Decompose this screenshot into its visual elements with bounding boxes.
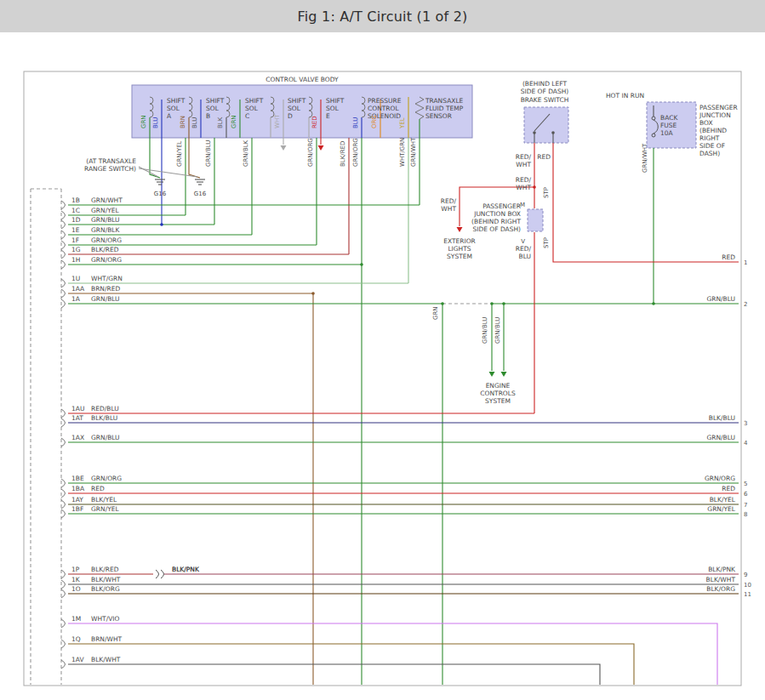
connector-arc [61, 660, 66, 669]
pin-number: 1 [744, 259, 747, 266]
wire-color-label: BLK/RED [91, 246, 119, 253]
passenger-junction-box-2-label: PASSENGER [482, 202, 521, 210]
pin-label: 1AT [71, 414, 83, 422]
connector-arc [61, 489, 66, 498]
diagram-label: E [326, 112, 330, 120]
diagram-label: SHIFT [288, 97, 306, 105]
diagram-label: BLU [191, 117, 198, 128]
pin-label: 1AY [71, 496, 83, 504]
wire-color-label: GRN/ORG [91, 256, 122, 264]
wire-color-label: BLK/YEL [710, 496, 736, 504]
pin-number: 6 [744, 491, 748, 498]
diagram-label: WHT [516, 161, 531, 168]
passenger-junction-box-label: (BEHIND [699, 127, 727, 134]
junction-dot [360, 263, 363, 266]
pin-label: 1M [71, 615, 81, 623]
diagram-label: RED/ [516, 176, 532, 184]
diagram-label: GRN/BLK [243, 139, 249, 167]
connector-arc [61, 418, 66, 427]
back-fuse-label: 10A [660, 129, 674, 137]
diagram-label: PRESSURE [368, 97, 402, 105]
connector-arc [61, 299, 66, 308]
pin-label: 1P [71, 566, 80, 573]
connector-arc [61, 438, 66, 447]
pin-number: 5 [744, 481, 747, 487]
arrow-down-icon [501, 372, 507, 377]
connector-arc [61, 619, 66, 628]
wire-color-label: BLK/ORG [706, 585, 735, 593]
wire-color-label: WHT/VIO [91, 615, 120, 623]
diagram-label: RED/ [516, 245, 532, 253]
pin-label: 1AA [71, 285, 85, 293]
passenger-junction-box-2-label: SIDE OF DASH) [472, 225, 521, 233]
diagram-label: A [167, 112, 172, 120]
wire-color-label: BLK/BLU [709, 414, 735, 422]
wire-color-label: GRN/YEL [707, 505, 735, 513]
wire-color-label: BLK/RED [91, 566, 119, 573]
diagram-label: FLUID TEMP [425, 105, 464, 112]
wiring-diagram: 1BGRN/WHT1CGRN/YEL1DGRN/BLU1EGRN/BLK1FGR… [0, 0, 765, 700]
back-fuse-label: BACK [660, 114, 678, 122]
wire-color-label: GRN/BLU [91, 216, 120, 224]
pin-label: 1K [71, 576, 81, 583]
wire-color-label: GRN/WHT [91, 196, 123, 204]
passenger-junction-box-label: PASSENGER [699, 104, 738, 111]
connector-arc [61, 640, 66, 648]
wire-color-label: BRN/WHT [91, 635, 123, 643]
wire-color-label: RED [91, 485, 105, 492]
wire-color-label: GRN/YEL [91, 505, 119, 513]
exterior-lights-system-label: EXTERIOR [443, 237, 476, 245]
diagram-label: GRN/WHT [642, 143, 648, 173]
junction-dot [551, 131, 555, 134]
diagram-label: GRN/ORG [307, 138, 314, 167]
diagram-label: C [245, 112, 249, 120]
diagram-label: WHT [274, 114, 281, 128]
brake-switch-location-note: (BEHIND LEFT [522, 80, 568, 88]
pin-number: 10 [744, 582, 751, 589]
wire-color-label: RED [722, 253, 735, 261]
control-valve-body-box [132, 85, 472, 138]
diagram-label: ORG [371, 115, 378, 128]
pin-number: 3 [744, 420, 747, 427]
junction-dot [502, 302, 505, 305]
diagram-label: BLU [352, 117, 359, 128]
junction-dot [490, 302, 494, 305]
wire-color-label: BLK/PNK [708, 566, 736, 573]
stp-label: STP [543, 237, 550, 248]
pin-label: 1AU [71, 405, 84, 413]
connector-arc [61, 500, 66, 509]
connector-arc [61, 211, 66, 219]
wire-color-label: GRN/YEL [91, 207, 119, 214]
diagram-label: GRN/WHT [410, 137, 417, 167]
pin-number: 4 [744, 440, 748, 447]
connector-arc [61, 479, 66, 487]
connector-arc [61, 201, 66, 209]
arrow-down-icon [489, 372, 495, 377]
ground-g16-label: G16 [154, 191, 167, 197]
passenger-junction-box-2-label: JUNCTION BOX [473, 210, 521, 218]
wire-color-label: GRN/BLK [91, 226, 120, 234]
stp-junction-box [528, 209, 543, 231]
pin-label: 1O [71, 585, 81, 593]
connector-arc [61, 230, 66, 239]
arrow-down-icon [281, 145, 287, 151]
diagram-label: GRN/ORG [352, 138, 359, 167]
connector-arc [61, 260, 66, 269]
pin-label: 1BF [71, 505, 83, 513]
transaxle-range-switch-note: RANGE SWITCH) [84, 165, 136, 173]
wire-color-label: BLK/WHT [706, 576, 736, 583]
wire-color-label: GRN/BLU [91, 434, 120, 441]
wire-color-label: BRN/RED [91, 285, 120, 293]
diagram-label: GRN/BLU [482, 317, 488, 344]
wire-color-label: BLK/WHT [91, 576, 121, 583]
engine-controls-system-label: CONTROLS [480, 390, 516, 397]
exterior-lights-system-label: LIGHTS [448, 245, 471, 253]
diagram-label: WHT/GRN [399, 138, 406, 167]
diagram-label: RED [311, 116, 318, 128]
diagram-label: GRN [432, 306, 439, 320]
diagram-label: GRN/YEL [176, 140, 183, 167]
wire-color-label: RED/BLU [91, 405, 119, 413]
wire-color-label: GRN/ORG [91, 236, 122, 244]
diagram-label: GRN/BLU [494, 317, 501, 344]
junction-dot [311, 292, 315, 295]
